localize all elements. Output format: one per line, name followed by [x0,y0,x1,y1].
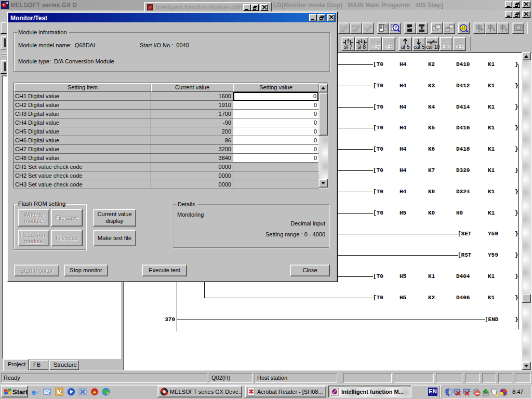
svg-text:e: e [32,388,36,396]
